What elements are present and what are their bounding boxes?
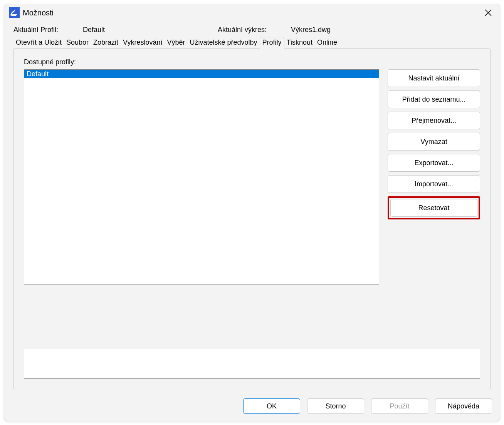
reset-button[interactable]: Resetovat [390,199,477,217]
apply-button: Použít [371,398,428,414]
export-button[interactable]: Exportovat... [388,154,480,172]
tab-file[interactable]: Soubor [64,37,91,49]
delete-button[interactable]: Vymazat [388,133,480,151]
current-drawing-value: Výkres1.dwg [291,26,331,34]
profiles-listbox[interactable]: Default [24,69,379,285]
add-to-list-button[interactable]: Přidat do seznamu... [388,90,480,108]
dialog-content: Aktuální Profil: Default Aktuální výkres… [4,21,500,393]
tab-display[interactable]: Zobrazit [91,37,121,49]
set-current-button[interactable]: Nastavit aktuální [388,69,480,87]
reset-highlight: Resetovat [388,196,480,219]
import-button[interactable]: Importovat... [388,175,480,193]
dialog-footer: OK Storno Použít Nápověda [4,393,500,421]
info-row: Aktuální Profil: Default Aktuální výkres… [13,26,491,34]
current-profile-value: Default [83,26,218,34]
tab-strip: Otevřít a Uložit Soubor Zobrazit Vykresl… [13,37,491,49]
window-title: Možnosti [23,8,54,17]
tab-user-prefs[interactable]: Uživatelské předvolby [188,37,260,49]
tab-print[interactable]: Tisknout [284,37,315,49]
cancel-button[interactable]: Storno [307,398,364,414]
tab-online[interactable]: Online [315,37,339,49]
rename-button[interactable]: Přejmenovat... [388,112,480,129]
tab-selection[interactable]: Výběr [165,37,187,49]
close-icon [485,9,492,16]
options-dialog: Možnosti Aktuální Profil: Default Aktuál… [4,4,500,421]
titlebar: Možnosti [4,4,500,21]
profile-description-box[interactable] [24,349,480,379]
tab-drafting[interactable]: Vykreslování [121,37,165,49]
tab-open-save[interactable]: Otevřít a Uložit [13,37,64,49]
app-icon [9,7,20,18]
close-button[interactable] [480,4,497,21]
ok-button[interactable]: OK [243,398,300,414]
current-profile-label: Aktuální Profil: [13,26,83,34]
svg-rect-0 [9,7,20,18]
tab-profiles[interactable]: Profily [260,37,284,49]
available-profiles-label: Dostupné profily: [24,58,480,66]
profile-item-default[interactable]: Default [24,70,379,78]
help-button[interactable]: Nápověda [435,398,492,414]
current-drawing-label: Aktuální výkres: [218,26,291,34]
profiles-panel: Dostupné profily: Default Nastavit aktuá… [13,49,491,389]
